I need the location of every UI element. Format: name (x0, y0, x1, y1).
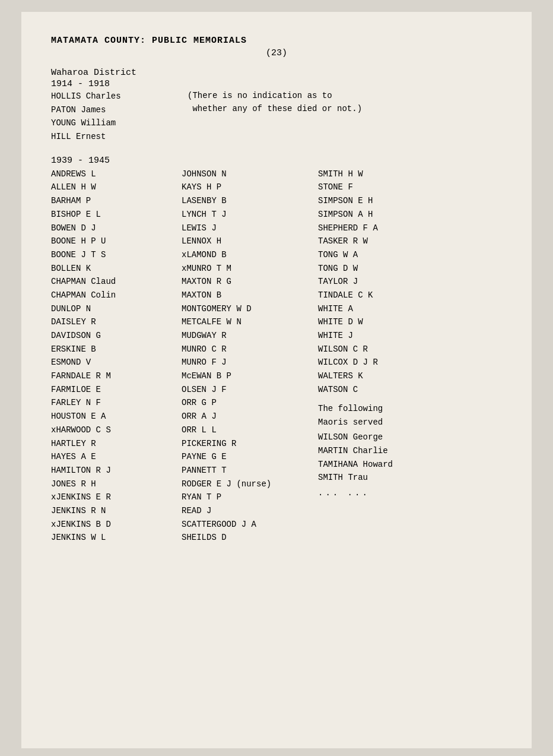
list-item: METCALFE W N (182, 316, 312, 329)
list-item: HILL Ernest (51, 131, 502, 144)
list-item: FARMILOE E (51, 384, 176, 397)
list-item: HAYES A E (51, 451, 176, 464)
list-item: RYAN T P (182, 491, 312, 504)
list-item: xJENKINS B D (51, 518, 176, 532)
page-number: (23) (51, 48, 502, 58)
list-item: WILSON George (318, 431, 443, 444)
list-item: ORR L L (182, 424, 312, 437)
note-block: (There is no indication as to whether an… (187, 89, 362, 116)
list-item: KAYS H P (182, 181, 312, 194)
list-item: LEWIS J (182, 222, 312, 235)
list-item: JENKINS R N (51, 505, 176, 518)
list-item: SMITH H W (318, 168, 443, 181)
list-item: TONG W A (318, 249, 443, 262)
list-item: MONTGOMERY W D (182, 303, 312, 316)
list-item: WILSON C R (318, 343, 443, 356)
list-item: PAYNE G E (182, 451, 312, 464)
list-item: RODGER E J (nurse) (182, 478, 312, 491)
list-item: BOLLEN K (51, 262, 176, 276)
list-item: ORR G P (182, 397, 312, 410)
list-item: WHITE J (318, 330, 443, 343)
list-item: xJENKINS E R (51, 491, 176, 504)
list-item: SHEPHERD F A (318, 222, 443, 235)
list-item: xMUNRO T M (182, 262, 312, 276)
names-grid: ANDREWS L ALLEN H W BARHAM P BISHOP E L … (51, 168, 502, 545)
list-item: TAYLOR J (318, 276, 443, 289)
list-item: LYNCH T J (182, 208, 312, 222)
list-item: xLAMOND B (182, 249, 312, 262)
list-item: TINDALE C K (318, 289, 443, 302)
list-item: JONES R H (51, 478, 176, 491)
list-item: FARLEY N F (51, 397, 176, 410)
list-item: MARTIN Charlie (318, 445, 443, 458)
list-item: DAVIDSON G (51, 330, 176, 343)
list-item: OLSEN J F (182, 384, 312, 397)
list-item: STONE F (318, 181, 443, 194)
list-item: PANNETT T (182, 464, 312, 477)
list-item: SIMPSON A H (318, 208, 443, 222)
list-item: LENNOX H (182, 235, 312, 248)
list-item: MUNRO C R (182, 343, 312, 356)
list-item: BISHOP E L (51, 208, 176, 222)
list-item: SMITH Trau (318, 472, 443, 485)
list-item: BOONE J T S (51, 249, 176, 262)
list-item: DAISLEY R (51, 316, 176, 329)
list-item: WHITE A (318, 303, 443, 316)
note-line2: whether any of these died or not.) (187, 102, 362, 115)
list-item: PICKERING R (182, 438, 312, 451)
list-item: ERSKINE B (51, 343, 176, 356)
list-item: BARHAM P (51, 195, 176, 208)
dots: ... ... (318, 488, 443, 498)
list-item: ORR A J (182, 410, 312, 423)
list-item: HAMILTON R J (51, 464, 176, 477)
col3: SMITH H W STONE F SIMPSON E H SIMPSON A … (318, 168, 449, 545)
list-item: SCATTERGOOD J A (182, 518, 312, 532)
list-item: DUNLOP N (51, 303, 176, 316)
list-item: WILCOX D J R (318, 356, 443, 369)
list-item: HOUSTON E A (51, 410, 176, 423)
years-ww1: 1914 - 1918 (51, 79, 502, 89)
list-item: WHITE D W (318, 316, 443, 329)
list-item: TASKER R W (318, 235, 443, 248)
list-item: ESMOND V (51, 356, 176, 369)
list-item: READ J (182, 505, 312, 518)
list-item: McEWAN B P (182, 370, 312, 383)
list-item: FARNDALE R M (51, 370, 176, 383)
following-line1: The following (318, 402, 443, 415)
list-item: HARTLEY R (51, 438, 176, 451)
list-item: BOONE H P U (51, 235, 176, 248)
list-item: SIMPSON E H (318, 195, 443, 208)
list-item: MAXTON B (182, 289, 312, 302)
note-line1: (There is no indication as to (187, 89, 362, 102)
list-item: BOWEN D J (51, 222, 176, 235)
list-item: SHEILDS D (182, 532, 312, 545)
district-name: Waharoa District (51, 68, 502, 78)
list-item: YOUNG William (51, 117, 502, 130)
list-item: MUDGWAY R (182, 330, 312, 343)
page: MATAMATA COUNTY: PUBLIC MEMORIALS (23) W… (21, 12, 532, 748)
list-item: WATSON C (318, 384, 443, 397)
list-item: JOHNSON N (182, 168, 312, 181)
col2: JOHNSON N KAYS H P LASENBY B LYNCH T J L… (182, 168, 318, 545)
years-ww2: 1939 - 1945 (51, 156, 502, 166)
list-item: LASENBY B (182, 195, 312, 208)
list-item: CHAPMAN Colin (51, 289, 176, 302)
list-item: MUNRO F J (182, 356, 312, 369)
following-line2: Maoris served (318, 416, 443, 429)
following-block: The following Maoris served WILSON Georg… (318, 402, 443, 498)
col1: ANDREWS L ALLEN H W BARHAM P BISHOP E L … (51, 168, 182, 545)
list-item: CHAPMAN Claud (51, 276, 176, 289)
list-item: xHARWOOD C S (51, 424, 176, 437)
list-item: JENKINS W L (51, 532, 176, 545)
list-item: ALLEN H W (51, 181, 176, 194)
list-item: WALTERS K (318, 370, 443, 383)
list-item: MAXTON R G (182, 276, 312, 289)
page-title: MATAMATA COUNTY: PUBLIC MEMORIALS (51, 36, 502, 46)
list-item: TONG D W (318, 262, 443, 276)
list-item: ANDREWS L (51, 168, 176, 181)
list-item: TAMIHANA Howard (318, 458, 443, 472)
